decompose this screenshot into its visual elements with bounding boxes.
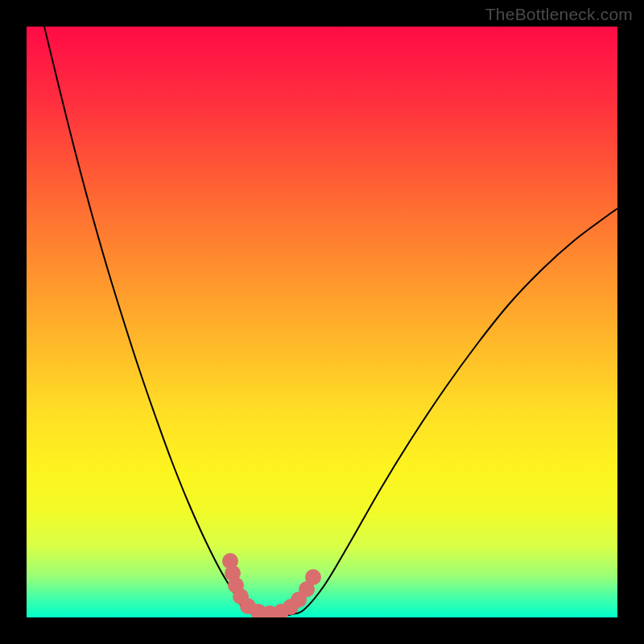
curve-layer: [27, 27, 617, 617]
bottleneck-curve: [44, 27, 617, 616]
marker-dot: [305, 569, 321, 585]
chart-frame: TheBottleneck.com: [0, 0, 644, 644]
watermark-text: TheBottleneck.com: [485, 5, 633, 24]
curve-path: [44, 27, 617, 616]
